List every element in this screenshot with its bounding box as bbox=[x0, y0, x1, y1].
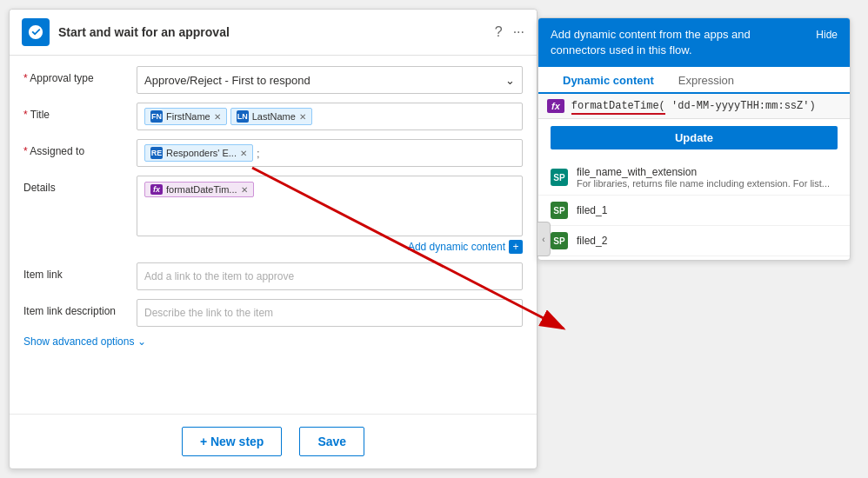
collapse-chevron-icon: ‹ bbox=[542, 235, 544, 244]
approval-card: Start and wait for an approval ? ··· App… bbox=[9, 9, 537, 469]
list-item[interactable]: SP file_name_with_extension For librarie… bbox=[538, 160, 850, 196]
expression-value: formatDateTime( 'dd-MM-yyyyTHH:mm:ssZ') bbox=[571, 100, 841, 112]
title-label: Title bbox=[23, 103, 137, 121]
collapse-panel-button[interactable]: ‹ bbox=[537, 222, 551, 256]
title-input[interactable]: FN FirstName ✕ LN LastName ✕ bbox=[137, 103, 523, 130]
firstname-tag[interactable]: FN FirstName ✕ bbox=[144, 108, 227, 125]
fx-tag-close[interactable]: ✕ bbox=[241, 185, 248, 195]
add-dynamic-container: Add dynamic content + bbox=[137, 240, 523, 254]
update-button[interactable]: Update bbox=[551, 126, 838, 149]
file-extension-text: file_name_with_extension For libraries, … bbox=[577, 166, 838, 189]
title-row: Title FN FirstName ✕ LN LastName ✕ bbox=[23, 103, 523, 130]
item-link-label: Item link bbox=[23, 262, 137, 281]
item-link-input[interactable]: Add a link to the item to approve bbox=[137, 262, 523, 290]
approval-type-row: Approval type Approve/Reject - First to … bbox=[23, 66, 523, 94]
item-link-desc-input[interactable]: Describe the link to the item bbox=[137, 299, 523, 327]
approval-type-label: Approval type bbox=[23, 66, 137, 84]
semicolon-separator: ; bbox=[257, 147, 260, 160]
card-body: Approval type Approve/Reject - First to … bbox=[10, 56, 537, 414]
chevron-down-small-icon: ⌄ bbox=[137, 335, 146, 348]
expression-text-rest: 'dd-MM-yyyyTHH:mm:ssZ') bbox=[671, 100, 816, 112]
panel-header-text: Add dynamic content from the apps and co… bbox=[551, 27, 807, 58]
details-container: fx formatDateTim... ✕ Add dynamic conten… bbox=[137, 176, 523, 254]
responders-tag-close[interactable]: ✕ bbox=[240, 149, 247, 158]
main-container: Start and wait for an approval ? ··· App… bbox=[0, 0, 868, 478]
filed1-name: filed_1 bbox=[577, 204, 838, 216]
lastname-tag[interactable]: LN LastName ✕ bbox=[230, 108, 312, 125]
filed2-text: filed_2 bbox=[577, 235, 838, 247]
panel-header: Add dynamic content from the apps and co… bbox=[538, 18, 850, 67]
responders-tag-label: Responders' E... bbox=[166, 148, 237, 158]
filed1-text: filed_1 bbox=[577, 204, 838, 216]
filed1-icon: SP bbox=[551, 202, 568, 219]
fx-icon: fx bbox=[150, 184, 163, 195]
show-advanced-label: Show advanced options bbox=[23, 335, 134, 348]
more-icon[interactable]: ··· bbox=[513, 24, 524, 40]
tab-dynamic-content[interactable]: Dynamic content bbox=[551, 67, 666, 94]
firstname-icon: FN bbox=[150, 110, 163, 123]
panel-tabs: Dynamic content Expression bbox=[538, 67, 850, 94]
responders-tag[interactable]: RE Responders' E... ✕ bbox=[144, 144, 253, 162]
expression-text-underline: formatDateTime( bbox=[571, 100, 665, 115]
new-step-button[interactable]: + New step bbox=[182, 427, 283, 456]
show-advanced-toggle[interactable]: Show advanced options ⌄ bbox=[23, 335, 523, 348]
item-link-desc-placeholder: Describe the link to the item bbox=[144, 307, 273, 319]
tab-expression[interactable]: Expression bbox=[666, 67, 746, 94]
file-extension-name: file_name_with_extension bbox=[577, 166, 838, 178]
assigned-to-label: Assigned to bbox=[23, 139, 137, 157]
responders-icon: RE bbox=[150, 147, 163, 159]
filed2-name: filed_2 bbox=[577, 235, 838, 247]
file-extension-desc: For libraries, returns file name includi… bbox=[577, 178, 838, 189]
lastname-tag-close[interactable]: ✕ bbox=[299, 112, 306, 122]
expression-bar: fx formatDateTime( 'dd-MM-yyyyTHH:mm:ssZ… bbox=[538, 94, 850, 119]
card-header: Start and wait for an approval ? ··· bbox=[10, 10, 537, 56]
card-footer: + New step Save bbox=[10, 414, 537, 468]
item-link-placeholder: Add a link to the item to approve bbox=[144, 270, 294, 282]
chevron-down-icon: ⌄ bbox=[505, 74, 515, 87]
lastname-tag-label: LastName bbox=[252, 111, 296, 122]
filed2-icon: SP bbox=[551, 232, 568, 249]
assigned-to-row: Assigned to RE Responders' E... ✕ ; bbox=[23, 139, 523, 167]
help-icon[interactable]: ? bbox=[495, 24, 503, 40]
item-link-row: Item link Add a link to the item to appr… bbox=[23, 262, 523, 290]
fx-tag-label: formatDateTim... bbox=[166, 184, 237, 195]
fx-tag[interactable]: fx formatDateTim... ✕ bbox=[144, 182, 254, 197]
save-button[interactable]: Save bbox=[299, 427, 364, 456]
details-row: Details fx formatDateTim... ✕ Add dynami… bbox=[23, 176, 523, 254]
item-link-desc-label: Item link description bbox=[23, 299, 137, 317]
firstname-tag-close[interactable]: ✕ bbox=[214, 112, 221, 122]
panel-hide-button[interactable]: Hide bbox=[816, 29, 838, 41]
details-input[interactable]: fx formatDateTim... ✕ bbox=[137, 176, 523, 236]
list-item[interactable]: SP filed_2 bbox=[538, 226, 850, 256]
file-extension-icon: SP bbox=[551, 169, 568, 186]
list-item[interactable]: SP filed_1 bbox=[538, 196, 850, 226]
expression-fx-icon: fx bbox=[547, 99, 564, 113]
details-label: Details bbox=[23, 176, 137, 194]
right-area: Add dynamic content from the apps and co… bbox=[537, 9, 859, 469]
assigned-to-input[interactable]: RE Responders' E... ✕ ; bbox=[137, 139, 523, 167]
add-dynamic-link[interactable]: Add dynamic content bbox=[408, 241, 505, 253]
add-dynamic-plus-icon[interactable]: + bbox=[509, 240, 523, 254]
approval-icon bbox=[22, 18, 50, 46]
card-title: Start and wait for an approval bbox=[58, 25, 495, 39]
item-link-desc-row: Item link description Describe the link … bbox=[23, 299, 523, 327]
header-actions: ? ··· bbox=[495, 24, 524, 40]
firstname-tag-label: FirstName bbox=[166, 111, 210, 122]
approval-type-dropdown[interactable]: Approve/Reject - First to respond ⌄ bbox=[137, 66, 523, 94]
dynamic-panel: Add dynamic content from the apps and co… bbox=[537, 17, 851, 261]
lastname-icon: LN bbox=[237, 110, 249, 123]
panel-items-list: SP file_name_with_extension For librarie… bbox=[538, 156, 850, 260]
